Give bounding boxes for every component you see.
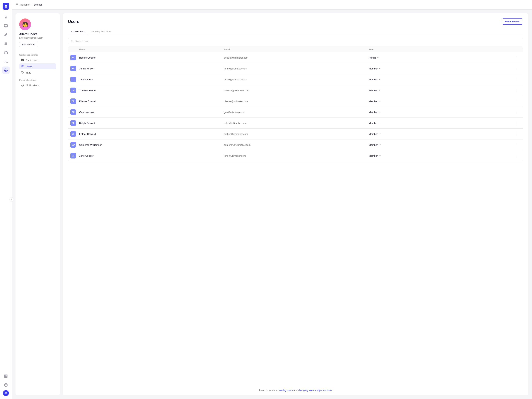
- user-email: dianne@ultimaker.com: [224, 100, 368, 103]
- user-role-dropdown[interactable]: Member: [369, 89, 513, 92]
- user-role-dropdown[interactable]: Member: [369, 144, 513, 146]
- col-email: Email: [224, 48, 368, 51]
- user-avatar: DR: [70, 98, 76, 104]
- breadcrumb-workspace[interactable]: Heineken: [20, 3, 30, 6]
- nav-tags-label: Tags: [26, 71, 31, 74]
- user-role-dropdown[interactable]: Member: [369, 78, 513, 81]
- nav-users-label: Users: [26, 65, 32, 68]
- personal-settings-label: Personal settings: [19, 79, 56, 81]
- row-more-button[interactable]: ⋮: [513, 77, 519, 82]
- user-avatar: JC: [70, 153, 76, 158]
- sidebar-item-design[interactable]: [2, 31, 10, 38]
- col-name: Name: [79, 48, 224, 51]
- user-name: Guy Hawkins: [79, 111, 224, 114]
- svg-rect-9: [4, 376, 6, 378]
- sidebar-item-projects[interactable]: [2, 22, 10, 30]
- chevron-down-icon: [379, 154, 381, 157]
- row-more-button[interactable]: ⋮: [513, 153, 519, 158]
- user-role-dropdown[interactable]: Member: [369, 154, 513, 157]
- user-role-dropdown[interactable]: Member: [369, 133, 513, 135]
- row-more-button[interactable]: ⋮: [513, 142, 519, 147]
- sliders-icon: [21, 58, 24, 62]
- nav-notifications-label: Notifications: [26, 84, 39, 87]
- tab-pending-invitations[interactable]: Pending Invitations: [88, 28, 115, 35]
- search-input[interactable]: [75, 40, 520, 43]
- svg-point-5: [5, 60, 6, 61]
- changing-roles-link[interactable]: changing roles and permissions: [298, 389, 332, 392]
- user-avatar: JW: [70, 66, 76, 71]
- workspace-settings-label: Workspace settings: [19, 54, 56, 56]
- chevron-down-icon: [379, 133, 381, 135]
- nav-item-notifications[interactable]: Notifications: [19, 82, 56, 88]
- row-more-button[interactable]: ⋮: [513, 120, 519, 126]
- svg-rect-7: [4, 375, 6, 376]
- row-more-button[interactable]: ⋮: [513, 131, 519, 137]
- sidebar-item-team[interactable]: [2, 58, 10, 65]
- row-more-button[interactable]: ⋮: [513, 88, 519, 93]
- user-role-dropdown[interactable]: Member: [369, 67, 513, 70]
- chevron-down-icon: [376, 56, 379, 59]
- tab-active-users[interactable]: Active Users: [68, 28, 88, 35]
- user-name: Theresa Webb: [79, 89, 224, 92]
- user-name: Dianne Russell: [79, 100, 224, 103]
- bell-icon: [21, 84, 24, 87]
- users-rows: BC Bessie Cooper bessie@ultimaker.com Ad…: [68, 52, 523, 161]
- user-role-dropdown[interactable]: Member: [369, 100, 513, 103]
- svg-line-29: [73, 42, 73, 42]
- sidebar-collapse-button[interactable]: ›: [9, 197, 14, 202]
- chevron-down-icon: [379, 111, 381, 114]
- table-row: TW Theresa Webb theresa@ultimaker.com Me…: [68, 85, 523, 96]
- user-role-dropdown[interactable]: Admin: [369, 56, 513, 59]
- user-avatar-cell: GH: [70, 109, 79, 115]
- user-avatar: TW: [70, 88, 76, 93]
- user-name: Bessie Cooper: [79, 56, 224, 59]
- row-more-button[interactable]: ⋮: [513, 109, 519, 115]
- app-logo[interactable]: [3, 3, 9, 10]
- sidebar-item-resources[interactable]: [2, 49, 10, 56]
- panel-title: Users: [68, 19, 79, 24]
- workspace-icon: [16, 3, 19, 6]
- left-panel: 🧑 Allard Hoeve a.hoeve@ultimaker.com Edi…: [16, 13, 60, 395]
- user-avatar-bottom[interactable]: JD: [3, 390, 9, 396]
- user-role-dropdown[interactable]: Member: [369, 122, 513, 125]
- row-more-button[interactable]: ⋮: [513, 66, 519, 71]
- users-icon: [21, 65, 24, 68]
- tag-icon: [21, 71, 24, 74]
- sidebar-item-home[interactable]: [2, 13, 10, 21]
- inviting-users-link[interactable]: inviting users: [279, 389, 293, 392]
- nav-preferences-label: Preferences: [26, 59, 39, 62]
- table-row: CW Cameron Williamson cameron@ultimaker.…: [68, 139, 523, 150]
- user-name: Jacob Jones: [79, 78, 224, 81]
- profile-name: Allard Hoeve: [19, 32, 37, 36]
- sidebar-item-help[interactable]: [2, 381, 10, 389]
- user-role-dropdown[interactable]: Member: [369, 111, 513, 114]
- edit-account-button[interactable]: Edit account: [19, 42, 38, 47]
- user-avatar-cell: TW: [70, 88, 79, 93]
- svg-rect-8: [6, 375, 7, 376]
- breadcrumb-separator: /: [32, 3, 32, 6]
- invite-user-button[interactable]: + Invite User: [502, 19, 523, 25]
- user-email: bessie@ultimaker.com: [224, 56, 368, 59]
- user-avatar-cell: JJ: [70, 77, 79, 82]
- user-avatar: BC: [70, 55, 76, 60]
- row-more-button[interactable]: ⋮: [513, 99, 519, 104]
- user-name: Ralph Edwards: [79, 122, 224, 125]
- row-more-button[interactable]: ⋮: [513, 55, 519, 60]
- sidebar-item-apps[interactable]: [2, 372, 10, 380]
- col-avatar: [70, 48, 79, 51]
- svg-rect-14: [17, 4, 18, 5]
- user-name: Esther Howard: [79, 133, 224, 135]
- table-row: JW Jenny Wilson jenny@ultimaker.com Memb…: [68, 63, 523, 74]
- nav-item-tags[interactable]: Tags: [19, 70, 56, 76]
- table-row: EH Esther Howard esther@ultimaker.com Me…: [68, 129, 523, 139]
- nav-item-users[interactable]: Users: [19, 63, 56, 69]
- user-avatar-cell: JW: [70, 66, 79, 71]
- main-area: Heineken / Settings 🧑 Allard Hoeve a.hoe…: [12, 0, 532, 399]
- user-name: Jane Cooper: [79, 154, 224, 157]
- sidebar-item-tasks[interactable]: [2, 40, 10, 47]
- user-avatar-cell: EH: [70, 131, 79, 137]
- sidebar-item-settings[interactable]: [2, 66, 10, 74]
- user-avatar: CW: [70, 142, 76, 148]
- nav-item-preferences[interactable]: Preferences: [19, 57, 56, 63]
- user-avatar-cell: CW: [70, 142, 79, 148]
